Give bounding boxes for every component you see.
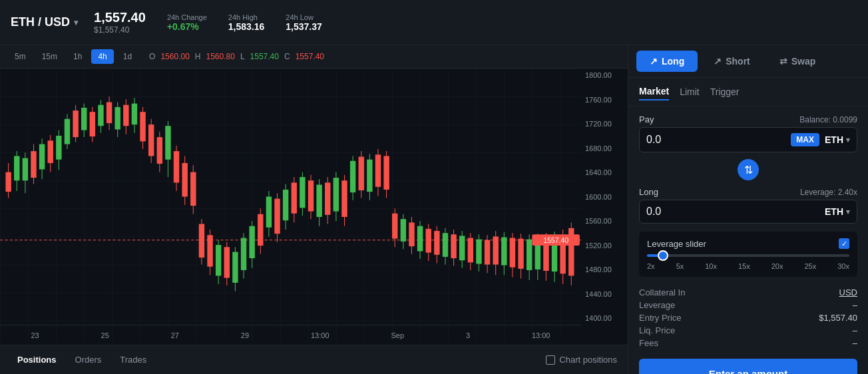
- svg-rect-93: [375, 154, 381, 186]
- order-tab-limit[interactable]: Limit: [680, 83, 700, 100]
- svg-rect-61: [241, 238, 246, 270]
- svg-rect-107: [434, 231, 439, 255]
- trade-tab-swap[interactable]: ⇄ Swap: [766, 51, 829, 72]
- svg-rect-129: [527, 240, 532, 270]
- price-level: 1680.00: [585, 144, 624, 152]
- top-header: ETH / USD ▾ 1,557.40 $1,557.40 24h Chang…: [0, 0, 868, 45]
- info-row-fees: Fees –: [639, 338, 857, 348]
- stat-24h-change: 24h Change +0.67%: [167, 13, 207, 32]
- time-label: 13:00: [311, 331, 329, 339]
- bottom-tabs: Positions Orders Trades Chart positions: [0, 345, 628, 374]
- time-label: Sep: [391, 331, 404, 339]
- timeframe-1d[interactable]: 1d: [116, 49, 138, 64]
- time-label: 23: [31, 331, 39, 339]
- ohlc-c-val: 1557.40: [296, 52, 324, 61]
- svg-rect-59: [232, 252, 238, 283]
- chart-section: 5m 15m 1h 4h 1d O 1560.00 H 1560.80 L 15…: [0, 45, 628, 374]
- svg-text:1557.40: 1557.40: [543, 236, 568, 244]
- timeframe-1h[interactable]: 1h: [67, 49, 89, 64]
- long-input[interactable]: [646, 206, 819, 218]
- trade-tab-long[interactable]: ↗ Long: [636, 51, 698, 72]
- high-label: 24h High: [228, 13, 265, 21]
- order-tab-trigger[interactable]: Trigger: [710, 83, 740, 100]
- svg-rect-105: [425, 229, 431, 253]
- svg-rect-57: [224, 247, 230, 278]
- tab-positions[interactable]: Positions: [11, 352, 63, 367]
- long-label-row: Long Leverage: 2.40x: [639, 187, 857, 197]
- entry-price-label: Entry Price: [639, 313, 682, 323]
- svg-rect-81: [325, 182, 330, 214]
- leverage-slider-section: Leverage slider ✓ 2x 5x 10x 15x 20x 25x …: [639, 232, 857, 277]
- candlestick-chart[interactable]: 1557.40: [0, 69, 581, 341]
- trade-tab-short[interactable]: ↗ Short: [700, 51, 763, 72]
- chart-positions-label: Chart positions: [559, 355, 617, 365]
- ohlc-h-label: H: [195, 52, 201, 61]
- svg-rect-53: [207, 235, 212, 266]
- svg-rect-5: [5, 172, 11, 192]
- swap-icon: ⇄: [779, 56, 787, 67]
- tab-orders[interactable]: Orders: [69, 352, 108, 367]
- chart-positions-checkbox[interactable]: [546, 355, 555, 365]
- svg-rect-115: [468, 238, 473, 263]
- price-level: 1400.00: [585, 314, 624, 322]
- timeframe-5m[interactable]: 5m: [8, 49, 33, 64]
- liq-price-label: Liq. Price: [639, 325, 675, 335]
- svg-rect-21: [73, 110, 78, 137]
- main-layout: 5m 15m 1h 4h 1d O 1560.00 H 1560.80 L 15…: [0, 45, 868, 374]
- leverage-slider-thumb[interactable]: [658, 250, 668, 261]
- leverage-slider-track[interactable]: [647, 254, 849, 257]
- collateral-value[interactable]: USD: [839, 287, 857, 297]
- ohlc-h-val: 1560.80: [206, 52, 235, 61]
- price-main: 1,557.40: [94, 10, 146, 25]
- change-value: +0.67%: [167, 21, 207, 32]
- leverage-info-value: –: [853, 300, 857, 310]
- fees-label: Fees: [639, 338, 658, 348]
- chart-positions-toggle[interactable]: Chart positions: [546, 355, 617, 365]
- entry-price-value: $1,557.40: [819, 313, 857, 323]
- svg-rect-75: [300, 177, 305, 208]
- svg-rect-77: [308, 180, 314, 211]
- price-level: 1640.00: [585, 168, 624, 176]
- pay-token-chevron: ▾: [846, 136, 850, 144]
- price-level: 1800.00: [585, 71, 624, 79]
- max-button[interactable]: MAX: [791, 133, 819, 146]
- right-panel: ↗ Long ↗ Short ⇄ Swap Market Limit Trigg…: [628, 45, 868, 374]
- svg-rect-25: [90, 112, 95, 136]
- svg-rect-123: [501, 237, 507, 265]
- leverage-checkbox[interactable]: ✓: [839, 238, 849, 249]
- svg-rect-113: [459, 236, 465, 260]
- leverage-label: Leverage: 2.40x: [800, 188, 857, 197]
- trade-form: Pay Balance: 0.0099 MAX ETH ▾ ⇅: [628, 106, 868, 374]
- long-icon: ↗: [650, 56, 658, 67]
- leverage-mark-20x: 20x: [771, 262, 783, 270]
- pair-selector[interactable]: ETH / USD ▾: [11, 15, 78, 29]
- svg-rect-111: [451, 234, 456, 258]
- submit-button[interactable]: Enter an amount: [639, 359, 857, 374]
- price-level: 1480.00: [585, 266, 624, 274]
- chart-canvas: 1557.40 1800.00 1760.00 1720.00 1680.00 …: [0, 69, 628, 345]
- time-label: 13:00: [532, 331, 550, 339]
- svg-rect-87: [350, 161, 355, 192]
- order-tab-market[interactable]: Market: [639, 83, 669, 100]
- pay-token-selector[interactable]: ETH ▾: [825, 134, 850, 145]
- long-label: Long: [639, 187, 658, 197]
- pay-label-row: Pay Balance: 0.0099: [639, 114, 857, 124]
- info-row-leverage: Leverage –: [639, 300, 857, 310]
- svg-rect-71: [283, 190, 288, 220]
- timeframe-15m[interactable]: 15m: [35, 49, 64, 64]
- price-block: 1,557.40 $1,557.40: [94, 10, 146, 35]
- price-level: 1600.00: [585, 193, 624, 201]
- time-label: 27: [171, 331, 179, 339]
- svg-rect-17: [56, 136, 61, 160]
- svg-rect-45: [174, 151, 179, 182]
- swap-direction-button[interactable]: ⇅: [738, 159, 759, 180]
- timeframe-4h[interactable]: 4h: [91, 49, 113, 64]
- long-token-selector[interactable]: ETH ▾: [825, 206, 850, 217]
- svg-rect-7: [14, 156, 19, 180]
- tab-trades[interactable]: Trades: [113, 352, 153, 367]
- pay-input[interactable]: [646, 134, 785, 146]
- leverage-mark-10x: 10x: [705, 262, 717, 270]
- pair-chevron: ▾: [74, 18, 78, 27]
- svg-rect-117: [476, 240, 481, 264]
- leverage-slider-labels: 2x 5x 10x 15x 20x 25x 30x: [647, 262, 849, 270]
